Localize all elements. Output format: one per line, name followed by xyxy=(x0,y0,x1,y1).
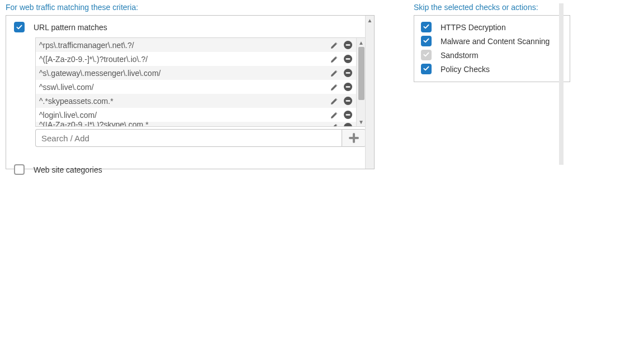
skip-checks-panel: HTTPS DecryptionMalware and Content Scan… xyxy=(414,15,570,82)
edit-icon[interactable] xyxy=(329,68,339,78)
list-item: ^rps\.trafficmanager\.net\.?/ xyxy=(36,38,356,52)
right-section-title: Skip the selected checks or actions: xyxy=(414,3,570,12)
skip-check-row: HTTPS Decryption xyxy=(420,20,564,34)
skip-check-row: Malware and Content Scanning xyxy=(420,34,564,48)
svg-rect-11 xyxy=(345,114,350,115)
scrollbar[interactable]: ▲ ▼ xyxy=(356,38,366,126)
right-divider xyxy=(559,3,564,165)
skip-check-checkbox[interactable] xyxy=(421,22,432,32)
svg-rect-3 xyxy=(345,58,350,59)
add-button[interactable] xyxy=(342,129,366,147)
scroll-down-icon[interactable]: ▼ xyxy=(357,117,366,126)
list-item-text: ^s\.gateway\.messenger\.live\.com/ xyxy=(39,69,329,78)
skip-check-label: Sandstorm xyxy=(441,51,479,60)
remove-icon[interactable] xyxy=(343,40,353,50)
list-item: ^([A-Za-z0-9.-]*\.)?skype\.com.* xyxy=(36,122,356,126)
edit-icon[interactable] xyxy=(329,54,339,64)
edit-icon[interactable] xyxy=(329,40,339,50)
svg-rect-7 xyxy=(345,86,350,87)
web-site-categories-checkbox[interactable] xyxy=(14,164,25,175)
skip-check-label: Policy Checks xyxy=(441,65,490,74)
remove-icon[interactable] xyxy=(343,54,353,64)
remove-icon[interactable] xyxy=(343,110,353,120)
url-pattern-list: ^rps\.trafficmanager\.net\.?/^([A-Za-z0-… xyxy=(35,37,366,127)
skip-check-checkbox xyxy=(421,50,432,60)
web-site-categories-row: Web site categories xyxy=(6,163,374,177)
list-item-text: ^rps\.trafficmanager\.net\.?/ xyxy=(39,41,329,50)
remove-icon[interactable] xyxy=(343,96,353,106)
check-icon xyxy=(16,23,23,31)
svg-rect-9 xyxy=(345,100,350,101)
edit-icon[interactable] xyxy=(329,96,339,106)
search-input[interactable] xyxy=(35,129,342,147)
list-item: ^ssw\.live\.com/ xyxy=(36,80,356,94)
scroll-up-icon[interactable]: ▲ xyxy=(357,38,366,47)
list-item: ^login\.live\.com/ xyxy=(36,108,356,122)
skip-check-label: Malware and Content Scanning xyxy=(441,37,550,46)
check-icon xyxy=(423,65,430,74)
skip-check-checkbox[interactable] xyxy=(421,36,432,46)
skip-check-row: Policy Checks xyxy=(420,62,564,76)
plus-icon xyxy=(348,132,359,144)
svg-rect-5 xyxy=(345,72,350,73)
criteria-panel: URL pattern matches ^rps\.trafficmanager… xyxy=(6,15,375,169)
list-item-text: ^([A-Za-z0-9.-]*\.)?trouter\.io\.?/ xyxy=(39,55,329,64)
remove-icon[interactable] xyxy=(343,122,353,126)
check-icon xyxy=(423,37,430,46)
svg-rect-1 xyxy=(345,44,350,45)
left-section-title: For web traffic matching these criteria: xyxy=(6,3,375,12)
edit-icon[interactable] xyxy=(329,82,339,92)
skip-check-row: Sandstorm xyxy=(420,48,564,62)
check-icon xyxy=(423,23,430,32)
list-item-text: ^ssw\.live\.com/ xyxy=(39,83,329,92)
scroll-thumb[interactable] xyxy=(358,47,364,100)
list-item: ^s\.gateway\.messenger\.live\.com/ xyxy=(36,66,356,80)
list-item: ^.*skypeassets.com.* xyxy=(36,94,356,108)
list-item: ^([A-Za-z0-9.-]*\.)?trouter\.io\.?/ xyxy=(36,52,356,66)
check-icon xyxy=(423,51,430,60)
url-pattern-label: URL pattern matches xyxy=(34,23,107,32)
web-site-categories-label: Web site categories xyxy=(34,165,102,174)
url-pattern-row: URL pattern matches xyxy=(6,20,374,34)
skip-check-checkbox[interactable] xyxy=(421,64,432,74)
svg-point-12 xyxy=(344,123,352,127)
list-item-text: ^([A-Za-z0-9.-]*\.)?skype\.com.* xyxy=(39,122,329,126)
list-item-text: ^login\.live\.com/ xyxy=(39,111,329,120)
remove-icon[interactable] xyxy=(343,68,353,78)
skip-check-label: HTTPS Decryption xyxy=(441,23,506,32)
panel-scroll-up-icon[interactable]: ▲ xyxy=(366,16,374,25)
list-item-text: ^.*skypeassets.com.* xyxy=(39,97,329,106)
remove-icon[interactable] xyxy=(343,82,353,92)
url-pattern-checkbox[interactable] xyxy=(14,22,25,32)
edit-icon[interactable] xyxy=(329,122,339,126)
edit-icon[interactable] xyxy=(329,110,339,120)
panel-scrollbar[interactable]: ▲ xyxy=(365,16,374,169)
